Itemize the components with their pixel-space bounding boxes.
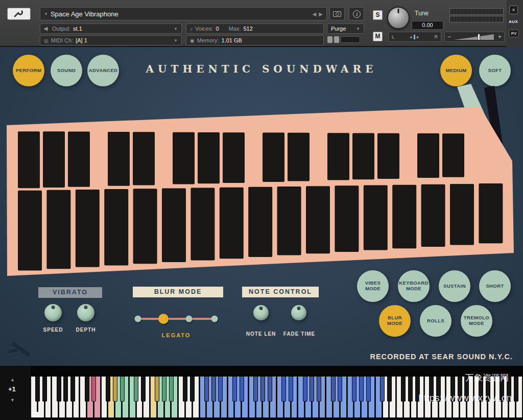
piano-key-black[interactable]: [317, 376, 321, 402]
short-label: SHORT: [486, 284, 504, 289]
rolls-button[interactable]: ROLLS: [420, 305, 451, 337]
piano-key-black[interactable]: [57, 376, 61, 402]
output-select[interactable]: Output: st.1 ▼: [40, 24, 182, 34]
piano-key-black[interactable]: [303, 376, 307, 402]
volume-wedge: [454, 34, 494, 40]
piano-key-black[interactable]: [387, 376, 392, 402]
blur-step-dot[interactable]: [211, 316, 218, 322]
vibraphone-bar: [377, 133, 399, 179]
piano-key-black[interactable]: [352, 376, 356, 402]
piano-key-black[interactable]: [91, 376, 96, 402]
blur-mode-button[interactable]: BLUR MODE: [379, 305, 411, 337]
piano-key-black[interactable]: [359, 376, 364, 402]
piano-key-black[interactable]: [218, 376, 223, 402]
vibraphone-bar: [417, 133, 439, 178]
piano-key-black[interactable]: [183, 376, 187, 402]
piano-key-black[interactable]: [190, 376, 195, 402]
blur-mode-button-label: BLUR MODE: [381, 315, 409, 326]
vibrato-speed-knob[interactable]: [44, 304, 62, 321]
volume-plus[interactable]: +: [498, 33, 502, 40]
piano-key-black[interactable]: [232, 376, 237, 402]
piano-key-black[interactable]: [70, 376, 75, 402]
blur-step-dot[interactable]: [186, 316, 193, 322]
preset-title-bar[interactable]: ▼ Space Age Vibraphone ◀ ▶: [40, 7, 327, 20]
edit-instrument-button[interactable]: [7, 8, 31, 20]
aux-button[interactable]: AUX: [509, 19, 518, 24]
piano-key-black[interactable]: [289, 376, 293, 402]
blur-mode-slider[interactable]: [138, 314, 215, 324]
vibraphone-bar: [248, 187, 272, 257]
meter-block-icon: [334, 36, 339, 43]
piano-key-black[interactable]: [514, 376, 518, 402]
keyboard-mode-label: KEYBOARD MODE: [399, 281, 429, 292]
vibraphone-bar: [392, 185, 416, 249]
vibraphone-bar: [223, 132, 245, 183]
keyboard-mode-button[interactable]: KEYBOARD MODE: [398, 270, 430, 302]
short-button[interactable]: SHORT: [479, 270, 511, 302]
vibraphone-bar: [18, 131, 40, 188]
info-icon: i: [353, 10, 361, 18]
volume-minus[interactable]: −: [447, 33, 451, 40]
purge-menu[interactable]: Purge ▼: [327, 24, 364, 34]
meter-block-icon: [327, 36, 332, 43]
piano-key-black[interactable]: [338, 376, 342, 402]
volume-handle[interactable]: [478, 34, 480, 40]
piano-key-black[interactable]: [260, 376, 265, 402]
close-button[interactable]: ×: [509, 6, 518, 14]
piano-key-black[interactable]: [204, 376, 209, 402]
speaker-icon: [44, 26, 50, 32]
piano-key-black[interactable]: [42, 376, 47, 402]
piano-key-black[interactable]: [268, 376, 272, 402]
snapshot-button[interactable]: [329, 7, 345, 20]
sustain-button[interactable]: SUSTAIN: [439, 270, 470, 302]
purge-label: Purge: [331, 26, 346, 32]
note-length-knob[interactable]: [253, 305, 269, 320]
voices-label: Voices:: [195, 26, 213, 32]
fade-time-knob[interactable]: [291, 305, 306, 320]
piano-key-black[interactable]: [63, 376, 68, 402]
piano-key-black[interactable]: [310, 376, 314, 402]
piano-key-black[interactable]: [366, 376, 371, 402]
preset-prev-icon[interactable]: ◀: [313, 11, 317, 17]
piano-key-black[interactable]: [134, 376, 138, 402]
output-label: Output:: [52, 26, 70, 32]
blur-step-dot[interactable]: [135, 316, 141, 322]
piano-key-black[interactable]: [162, 376, 167, 402]
piano-key-black[interactable]: [253, 376, 258, 402]
blur-step-dot[interactable]: [158, 314, 169, 324]
piano-key-black[interactable]: [155, 376, 159, 402]
mute-button[interactable]: M: [373, 32, 383, 41]
piano-key-black[interactable]: [169, 376, 174, 402]
vibraphone-bar: [173, 132, 195, 184]
keyboard-strip: ▲ +1 ▼ 万象资源网 https://www.wxzyw.cn: [0, 366, 523, 420]
piano-key-black[interactable]: [408, 376, 413, 402]
vibraphone-bar: [263, 133, 284, 182]
piano-key-black[interactable]: [120, 376, 125, 402]
piano-key-black[interactable]: [141, 376, 146, 402]
octave-up-icon[interactable]: ▲: [10, 377, 15, 382]
piano-key-black[interactable]: [240, 376, 244, 402]
piano-key-black[interactable]: [106, 376, 110, 402]
volume-slider[interactable]: − +: [444, 32, 505, 42]
piano-key-black[interactable]: [35, 376, 40, 402]
midi-channel-select[interactable]: ◎ MIDI Ch: [A] 1 ▼: [40, 35, 182, 45]
vibrato-depth-knob[interactable]: [77, 304, 94, 321]
depth-knob-label: DEPTH: [70, 327, 101, 333]
piano-key-black[interactable]: [331, 376, 336, 402]
solo-button[interactable]: S: [373, 10, 383, 20]
info-button[interactable]: i: [349, 7, 364, 20]
preset-next-icon[interactable]: ▶: [319, 11, 323, 17]
piano-key-black[interactable]: [281, 376, 286, 402]
piano-key-black[interactable]: [113, 376, 117, 402]
memory-label: Memory:: [197, 37, 219, 43]
octave-down-icon[interactable]: ▼: [10, 398, 15, 403]
vibes-mode-button[interactable]: VIBES MODE: [357, 270, 389, 302]
tremolo-mode-button[interactable]: TREMOLO MODE: [461, 305, 492, 337]
piano-key-black[interactable]: [85, 376, 89, 402]
tune-knob[interactable]: [387, 7, 410, 29]
piano-key-black[interactable]: [380, 376, 385, 402]
piano-key-black[interactable]: [211, 376, 216, 402]
piano-key-black[interactable]: [401, 376, 406, 402]
pv-button[interactable]: PV: [509, 30, 519, 37]
pan-control[interactable]: L ◄► R: [388, 32, 441, 42]
